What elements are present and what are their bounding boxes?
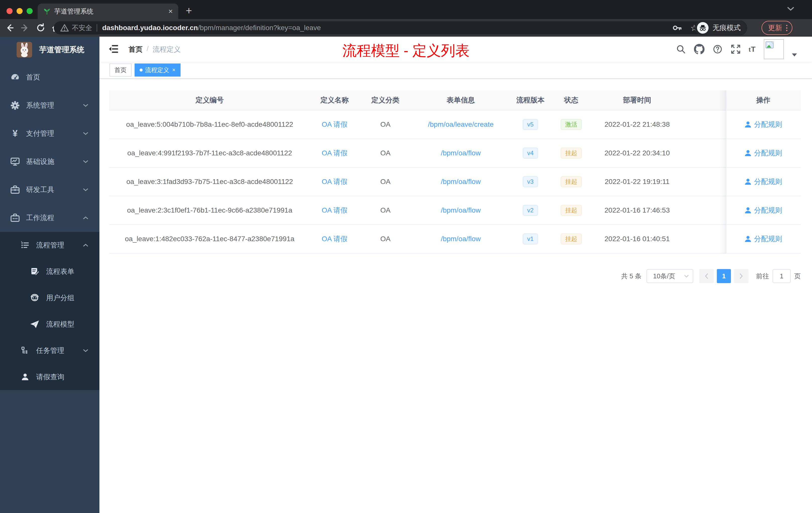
sidebar-menu: 首页 系统管理 ¥ 支付管理 — [0, 63, 99, 390]
form-link[interactable]: /bpm/oa/flow — [441, 235, 481, 243]
security-label[interactable]: 不安全 — [72, 23, 92, 32]
col-header-name: 定义名称 — [310, 90, 359, 110]
navbar: 首页 / 流程定义 流程模型 - 定义列表 — [99, 37, 812, 62]
definition-category: OA — [359, 225, 412, 253]
form-link[interactable]: /bpm/oa/flow — [441, 149, 481, 157]
sidebar-item-user-group[interactable]: 用户分组 — [0, 284, 99, 311]
favicon-plant-icon — [43, 7, 51, 15]
table-row: oa_leave:3:1fad3d93-7b75-11ec-a3c8-acde4… — [109, 168, 801, 196]
deploy-time: 2022-01-16 01:40:51 — [591, 225, 683, 253]
definition-name-link[interactable]: OA 请假 — [322, 120, 348, 129]
avatar[interactable] — [764, 39, 784, 59]
gear-icon — [10, 101, 20, 110]
close-window-button[interactable] — [6, 8, 12, 14]
help-icon[interactable] — [713, 44, 723, 54]
definition-id: oa_leave:4:991f2193-7b7f-11ec-a3c8-acde4… — [109, 139, 310, 167]
page-annotation: 流程模型 - 定义列表 — [343, 41, 470, 60]
search-icon[interactable] — [676, 44, 686, 54]
window-controls[interactable] — [6, 8, 33, 14]
sidebar-item-system[interactable]: 系统管理 — [0, 91, 99, 119]
back-icon[interactable] — [4, 23, 14, 33]
url-separator — [97, 24, 97, 32]
definition-name-link[interactable]: OA 请假 — [322, 234, 348, 244]
sidebar-item-home[interactable]: 首页 — [0, 63, 99, 91]
tag-process-definition[interactable]: 流程定义 × — [135, 63, 180, 77]
user-group-icon — [30, 294, 40, 302]
prev-page-button[interactable] — [699, 269, 714, 283]
table-row: oa_leave:1:482ec033-762a-11ec-8477-a2380… — [109, 225, 801, 253]
form-link[interactable]: /bpm/oa/flow — [441, 178, 481, 186]
form-icon — [30, 267, 40, 276]
github-icon[interactable] — [694, 44, 704, 55]
form-link[interactable]: /bpm/oa/flow — [441, 206, 481, 214]
definition-name-link[interactable]: OA 请假 — [322, 177, 348, 186]
sidebar-item-process-model[interactable]: 流程模型 — [0, 311, 99, 337]
breadcrumb-home[interactable]: 首页 — [128, 45, 143, 54]
security-warning-icon[interactable] — [60, 24, 69, 32]
password-key-icon[interactable] — [672, 23, 682, 33]
sidebar-item-payment[interactable]: ¥ 支付管理 — [0, 119, 99, 148]
browser-tab-strip: 芋道管理系统 × + — [0, 0, 812, 19]
sidebar-item-workflow[interactable]: 工作流程 — [0, 204, 99, 232]
pagination: 共 5 条 10条/页 1 前往 1 页 — [109, 269, 801, 283]
chevron-right-icon — [740, 273, 743, 279]
update-label[interactable]: 更新 — [768, 23, 782, 33]
chevron-down-icon — [684, 275, 689, 278]
col-header-form: 表单信息 — [412, 90, 510, 110]
sidebar-item-infra[interactable]: 基础设施 — [0, 148, 99, 176]
status-badge: 挂起 — [561, 176, 582, 187]
sidebar-item-task-mgmt[interactable]: 任务管理 — [0, 337, 99, 364]
form-link[interactable]: /bpm/oa/leave/create — [428, 120, 494, 128]
page-content: 定义编号 定义名称 定义分类 表单信息 流程版本 状态 部署时间 操作 oa_l… — [99, 79, 812, 283]
browser-tab[interactable]: 芋道管理系统 × — [38, 3, 178, 19]
sidebar-item-process-mgmt[interactable]: 流程管理 — [0, 232, 99, 258]
page-size-select[interactable]: 10条/页 — [646, 269, 693, 283]
user-icon — [745, 235, 752, 242]
person-icon — [20, 373, 30, 381]
tab-close-icon[interactable]: × — [168, 7, 173, 15]
font-size-icon[interactable]: tT — [749, 45, 756, 54]
sidebar-item-leave-query[interactable]: 请假查询 — [0, 364, 99, 390]
status-badge: 挂起 — [561, 233, 582, 244]
definition-name-link[interactable]: OA 请假 — [322, 148, 348, 158]
update-button[interactable]: 更新 — [761, 21, 792, 35]
assign-rule-button[interactable]: 分配规则 — [745, 177, 782, 186]
next-page-button[interactable] — [734, 269, 749, 283]
assign-rule-button[interactable]: 分配规则 — [745, 206, 782, 215]
version-badge: v3 — [523, 176, 538, 187]
sidebar-item-process-form[interactable]: 流程表单 — [0, 258, 99, 284]
reload-icon[interactable] — [36, 23, 46, 33]
assign-rule-button[interactable]: 分配规则 — [745, 120, 782, 129]
toolbox-icon — [10, 185, 20, 194]
caret-down-icon[interactable] — [792, 54, 797, 57]
url-path: /bpm/manager/definition?key=oa_leave — [198, 24, 321, 32]
definition-name-link[interactable]: OA 请假 — [322, 206, 348, 215]
chevron-down-icon — [83, 132, 88, 135]
new-tab-button[interactable]: + — [186, 5, 192, 16]
active-dot-icon — [140, 68, 143, 71]
col-header-status: 状态 — [551, 90, 591, 110]
zoom-window-button[interactable] — [27, 8, 33, 14]
version-badge: v4 — [523, 148, 538, 159]
chrome-menu-icon[interactable] — [786, 25, 787, 31]
hamburger-icon[interactable] — [108, 44, 118, 54]
sidebar-logo[interactable]: 芋道管理系统 — [0, 37, 99, 63]
process-list-icon — [20, 241, 30, 249]
goto-page-input[interactable]: 1 — [773, 269, 791, 283]
tag-close-icon[interactable]: × — [172, 67, 175, 73]
tab-search-caret-icon[interactable] — [787, 6, 794, 11]
chevron-down-icon — [83, 188, 88, 191]
forward-icon[interactable] — [20, 23, 30, 33]
table-header-row: 定义编号 定义名称 定义分类 表单信息 流程版本 状态 部署时间 操作 — [109, 90, 801, 111]
assign-rule-button[interactable]: 分配规则 — [745, 148, 782, 158]
page-unit-label: 页 — [794, 272, 801, 280]
current-page-button[interactable]: 1 — [717, 269, 731, 283]
logo-avatar — [17, 42, 32, 58]
minimize-window-button[interactable] — [17, 8, 23, 14]
url-bar[interactable]: 不安全 dashboard.yudao.iocoder.cn /bpm/mana… — [54, 21, 704, 34]
assign-rule-button[interactable]: 分配规则 — [745, 234, 782, 244]
fullscreen-icon[interactable] — [731, 44, 741, 54]
tag-home[interactable]: 首页 — [110, 63, 132, 77]
col-header-category: 定义分类 — [359, 90, 412, 110]
sidebar-item-devtools[interactable]: 研发工具 — [0, 176, 99, 204]
